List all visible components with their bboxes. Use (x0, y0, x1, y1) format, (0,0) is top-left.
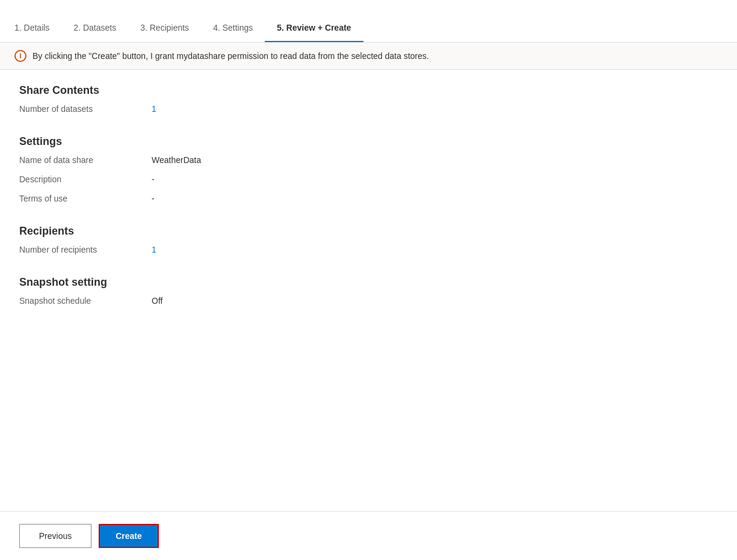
info-icon: i (14, 50, 26, 62)
tab-recipients[interactable]: 3. Recipients (128, 23, 201, 42)
tab-settings[interactable]: 4. Settings (201, 23, 265, 42)
recipients-section: Recipients Number of recipients 1 (19, 225, 718, 254)
field-row-datasets: Number of datasets 1 (19, 104, 718, 114)
field-label-name: Name of data share (19, 155, 152, 165)
tab-datasets[interactable]: 2. Datasets (61, 23, 128, 42)
recipients-title: Recipients (19, 225, 718, 238)
field-row-description: Description - (19, 174, 718, 184)
field-value-snapshot: Off (152, 296, 162, 306)
field-value-name: WeatherData (152, 155, 201, 165)
info-banner-text: By clicking the "Create" button, I grant… (32, 51, 429, 61)
footer: Previous Create (0, 511, 737, 560)
previous-button[interactable]: Previous (19, 524, 91, 548)
field-row-terms: Terms of use - (19, 194, 718, 203)
settings-section: Settings Name of data share WeatherData … (19, 135, 718, 203)
page-container: 1. Details 2. Datasets 3. Recipients 4. … (0, 0, 737, 560)
field-value-description: - (152, 174, 155, 184)
field-row-snapshot: Snapshot schedule Off (19, 296, 718, 306)
field-value-datasets: 1 (152, 104, 156, 114)
tab-details[interactable]: 1. Details (14, 23, 61, 42)
field-value-recipients: 1 (152, 245, 156, 254)
field-label-snapshot: Snapshot schedule (19, 296, 152, 306)
snapshot-title: Snapshot setting (19, 276, 718, 289)
share-contents-title: Share Contents (19, 84, 718, 97)
field-value-terms: - (152, 194, 155, 203)
wizard-tabs: 1. Details 2. Datasets 3. Recipients 4. … (0, 0, 737, 43)
snapshot-section: Snapshot setting Snapshot schedule Off (19, 276, 718, 306)
field-label-description: Description (19, 174, 152, 184)
share-contents-section: Share Contents Number of datasets 1 (19, 84, 718, 114)
create-button[interactable]: Create (99, 524, 159, 548)
field-row-name: Name of data share WeatherData (19, 155, 718, 165)
tab-review-create[interactable]: 5. Review + Create (265, 23, 363, 42)
field-row-recipients: Number of recipients 1 (19, 245, 718, 254)
settings-title: Settings (19, 135, 718, 148)
field-label-terms: Terms of use (19, 194, 152, 203)
main-content: Share Contents Number of datasets 1 Sett… (0, 70, 737, 511)
field-label-recipients: Number of recipients (19, 245, 152, 254)
info-banner: i By clicking the "Create" button, I gra… (0, 43, 737, 70)
field-label-datasets: Number of datasets (19, 104, 152, 114)
